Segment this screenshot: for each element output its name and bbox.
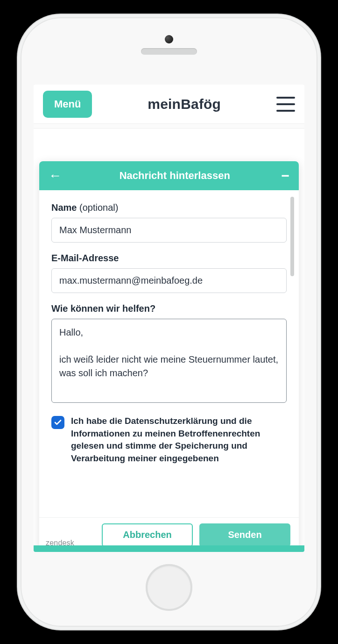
email-input[interactable] — [51, 268, 287, 293]
consent-row: Ich habe die Datenschutzerklärung und di… — [51, 415, 287, 465]
home-button[interactable] — [146, 564, 192, 611]
name-optional-text: (optional) — [79, 202, 118, 213]
minimize-icon[interactable]: − — [281, 169, 289, 183]
back-arrow-icon[interactable]: ← — [49, 169, 62, 182]
phone-frame: Menü meinBafög ← Nachricht hinterlassen … — [18, 14, 320, 630]
widget-header: ← Nachricht hinterlassen − — [39, 161, 299, 190]
check-icon — [54, 418, 62, 427]
send-button[interactable]: Senden — [199, 523, 290, 547]
app-header: Menü meinBafög — [34, 85, 304, 124]
bottom-accent-bar — [34, 545, 304, 552]
field-name: Name (optional) — [51, 202, 287, 243]
field-email: E-Mail-Adresse — [51, 253, 287, 293]
earpiece-speaker — [141, 48, 197, 55]
front-camera — [165, 35, 173, 43]
chat-widget: ← Nachricht hinterlassen − Name (optiona… — [39, 161, 299, 552]
cancel-button[interactable]: Abbrechen — [102, 523, 193, 547]
brand-text-plain: mein — [148, 96, 181, 112]
email-label: E-Mail-Adresse — [51, 253, 287, 264]
consent-checkbox[interactable] — [51, 416, 64, 429]
scrollbar[interactable] — [290, 197, 294, 276]
field-message: Wie können wir helfen? — [51, 303, 287, 405]
name-label-text: Name — [51, 202, 77, 213]
name-input[interactable] — [51, 218, 287, 243]
header-divider — [34, 124, 304, 129]
name-label: Name (optional) — [51, 202, 287, 213]
widget-title: Nachricht hinterlassen — [68, 170, 281, 182]
hamburger-icon[interactable] — [276, 97, 295, 112]
brand-logo: meinBafög — [98, 96, 271, 112]
menu-button[interactable]: Menü — [43, 91, 92, 118]
consent-text: Ich habe die Datenschutzerklärung und di… — [71, 415, 285, 465]
message-textarea[interactable] — [51, 319, 287, 403]
page-content: ← Nachricht hinterlassen − Name (optiona… — [34, 129, 304, 552]
widget-body: Name (optional) E-Mail-Adresse Wie könne… — [39, 190, 299, 517]
brand-text-bold: Bafög — [181, 96, 221, 112]
message-label: Wie können wir helfen? — [51, 303, 287, 314]
screen: Menü meinBafög ← Nachricht hinterlassen … — [34, 85, 304, 552]
